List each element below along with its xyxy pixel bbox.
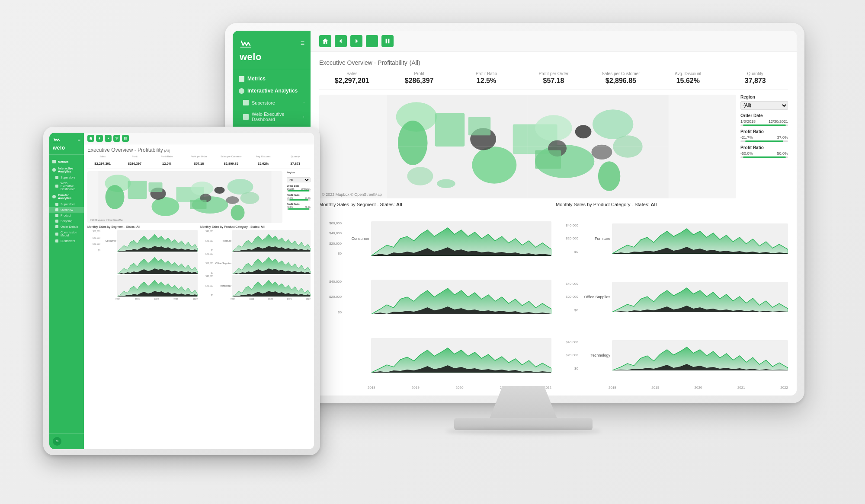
product-row-office: $40,000 $20,000 $0 Office Supplies bbox=[556, 268, 788, 325]
filter-order-date: Order Date 1/3/2018 12/30/2021 bbox=[740, 113, 788, 126]
tablet-profit-fill-2 bbox=[288, 208, 310, 210]
page-title: Executive Overview - Profitability (All) bbox=[319, 58, 788, 67]
profit-ratio-range-1: -21.7% 37.0% bbox=[740, 135, 788, 140]
tablet-kpi-profit-ratio: Profit Ratio 12.5% bbox=[152, 155, 182, 166]
tablet-toolbar-home[interactable] bbox=[87, 135, 94, 142]
svg-point-10 bbox=[593, 109, 633, 139]
content-area: Executive Overview - Profitability (All)… bbox=[311, 52, 797, 396]
nav-arrow-2: › bbox=[303, 115, 304, 119]
tablet-sidebar-customers[interactable]: Customers bbox=[49, 238, 84, 244]
product-row-technology: $40,000 $20,000 $0 Technology bbox=[556, 326, 788, 384]
kpi-profit-ratio: Profit Ratio 12.5% bbox=[454, 71, 519, 85]
tablet-date-bar[interactable] bbox=[287, 190, 311, 191]
sidebar-item-metrics[interactable]: Metrics bbox=[233, 73, 311, 85]
svg-rect-35 bbox=[125, 137, 125, 140]
tablet-profit-fill-1 bbox=[289, 199, 308, 201]
tablet-shipping-icon bbox=[55, 220, 58, 223]
region-select[interactable]: (All) bbox=[740, 101, 788, 110]
hamburger-icon[interactable]: ≡ bbox=[301, 39, 304, 47]
tablet-product-icon bbox=[55, 214, 58, 217]
logo-text: welo bbox=[240, 51, 262, 63]
tablet-sidebar-shipping[interactable]: Shipping bbox=[49, 218, 84, 224]
tablet-sidebar-welo[interactable]: Welo Executive Dashboard bbox=[49, 180, 84, 192]
tablet-toolbar-back[interactable] bbox=[96, 135, 103, 142]
kpi-sales-per-customer: Sales per Customer $2,896.85 bbox=[588, 71, 654, 85]
consumer-chart bbox=[371, 221, 551, 256]
tablet-hamburger-icon[interactable]: ≡ bbox=[78, 137, 80, 142]
tablet-sidebar-commission[interactable]: Commission Model bbox=[49, 230, 84, 238]
product-row-furniture: $40,000 $20,000 $0 Furniture bbox=[556, 210, 788, 267]
tablet-interactive-icon bbox=[52, 168, 56, 172]
segment-chart-2 bbox=[371, 280, 551, 314]
product-x-axis: 2018 2019 2020 2021 2022 bbox=[556, 385, 788, 389]
svg-point-4 bbox=[398, 121, 428, 165]
segment-chart-panel: Monthly Sales by Segment - States: All $ bbox=[319, 202, 551, 389]
sidebar-item-interactive-analytics[interactable]: Interactive Analytics bbox=[233, 85, 311, 97]
svg-point-41 bbox=[152, 197, 179, 216]
toolbar-pause-button[interactable] bbox=[381, 35, 394, 47]
profit-ratio-range-2: -50.0% 50.0% bbox=[740, 151, 788, 156]
tablet-sidebar-metrics[interactable]: Metrics bbox=[49, 158, 84, 165]
toolbar-home-button[interactable] bbox=[319, 35, 331, 47]
order-date-fill bbox=[743, 124, 786, 126]
profit-ratio-bar-1[interactable] bbox=[740, 140, 788, 142]
tablet-sidebar-product[interactable]: Product bbox=[49, 213, 84, 218]
tablet-date-fill bbox=[288, 190, 310, 191]
tablet-profit-bar-2[interactable] bbox=[287, 208, 311, 210]
tablet-furniture-row: $40,000 $20,000 $0 Furniture bbox=[200, 230, 311, 252]
metrics-icon bbox=[239, 76, 244, 82]
tablet-filter-region: Region (All) bbox=[287, 171, 311, 182]
order-date-bar[interactable] bbox=[740, 124, 788, 126]
tablet-logo-text: welo bbox=[53, 145, 65, 151]
tablet-sidebar-interactive[interactable]: Interactive Analytics bbox=[49, 165, 84, 175]
product-chart-panel: Monthly Sales by Product Category - Stat… bbox=[556, 202, 788, 389]
tablet-superstore2-icon bbox=[55, 203, 58, 206]
sidebar-item-superstore[interactable]: Superstore › bbox=[233, 97, 311, 108]
product-label-technology: Technology bbox=[580, 353, 610, 357]
toolbar-filter-button[interactable] bbox=[366, 35, 378, 47]
monitor-base-shadow bbox=[445, 428, 601, 434]
tablet-profit-bar-1[interactable] bbox=[287, 199, 311, 201]
tablet: welo ≡ Metrics Interactive Analytics bbox=[43, 127, 329, 464]
svg-point-43 bbox=[191, 182, 214, 195]
profit-ratio-bar-2[interactable] bbox=[740, 156, 788, 158]
svg-rect-1 bbox=[388, 39, 390, 44]
kpi-quantity: Quantity 37,873 bbox=[723, 71, 788, 85]
svg-rect-0 bbox=[386, 39, 388, 44]
tablet-toolbar-forward[interactable] bbox=[105, 135, 112, 142]
sidebar-item-welo-executive[interactable]: Welo Executive Dashboard › bbox=[233, 108, 311, 125]
tablet-kpi-profit: Profit $286,397 bbox=[119, 155, 150, 166]
tablet-segment-panel: Monthly Sales by Segment - States: All $… bbox=[87, 225, 198, 447]
tablet-region-select[interactable]: (All) bbox=[287, 177, 311, 182]
tablet-map: © 2022 Mapbox © OpenStreetMap bbox=[87, 171, 282, 223]
segment-chart-3 bbox=[371, 338, 551, 373]
tablet-sidebar-overview[interactable]: Overview bbox=[49, 207, 84, 213]
toolbar-forward-button[interactable] bbox=[350, 35, 362, 47]
svg-point-53 bbox=[231, 205, 245, 220]
tablet-customers-icon bbox=[55, 239, 58, 242]
tablet-technology-row: $40,000 $20,000 $0 Technology bbox=[200, 275, 311, 297]
scene: welo ≡ Metrics Interactive Analytics bbox=[43, 23, 822, 481]
toolbar-back-button[interactable] bbox=[335, 35, 347, 47]
tablet-charts-row: Monthly Sales by Segment - States: All $… bbox=[87, 225, 311, 447]
tablet-sidebar-superstore2[interactable]: Superstore bbox=[49, 201, 84, 207]
svg-point-19 bbox=[407, 167, 433, 185]
svg-rect-51 bbox=[190, 200, 207, 209]
svg-point-39 bbox=[106, 185, 125, 209]
tablet-sidebar-order-details[interactable]: Order Details bbox=[49, 224, 84, 230]
us-map bbox=[319, 95, 736, 198]
tablet-toolbar-pause[interactable] bbox=[122, 135, 129, 142]
tablet-page-title: Executive Overview - Profitability (All) bbox=[87, 147, 311, 153]
tablet-toolbar-filter[interactable] bbox=[113, 135, 120, 142]
tablet-kpi-row: Sales $2,297,201 Profit $286,397 Profit … bbox=[87, 155, 311, 169]
tablet-main-content: Executive Overview - Profitability (All)… bbox=[84, 133, 314, 449]
tablet-sidebar-curated[interactable]: Curated Analytics bbox=[49, 192, 84, 201]
superstore-icon bbox=[243, 100, 249, 105]
order-date-range: 1/3/2018 12/30/2021 bbox=[740, 119, 788, 124]
tablet-map-label: © 2022 Mapbox © OpenStreetMap bbox=[90, 219, 123, 221]
sidebar-logo: welo ≡ bbox=[233, 31, 311, 69]
main-content: Executive Overview - Profitability (All)… bbox=[311, 31, 797, 396]
segment-chart: $60,000 $40,000 $20,000 $0 Consumer bbox=[319, 210, 551, 389]
tablet-sidebar-superstore[interactable]: Superstore bbox=[49, 175, 84, 180]
tablet-kpi-sales-customer: Sales per Customer $2,896.85 bbox=[216, 155, 246, 166]
